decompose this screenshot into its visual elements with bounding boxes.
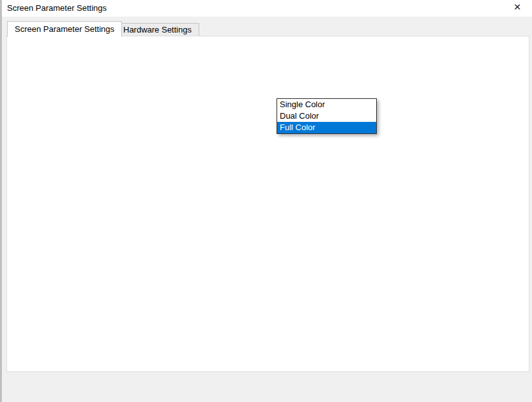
screen-parameter-settings-dialog: Screen Parameter Settings × Screen Param… — [0, 0, 532, 402]
tab-page — [6, 36, 529, 372]
tabstrip: Screen Parameter Settings Hardware Setti… — [2, 17, 532, 36]
tab-screen-parameter-settings[interactable]: Screen Parameter Settings — [7, 21, 122, 37]
window-title: Screen Parameter Settings — [7, 3, 107, 13]
tab-hardware-settings[interactable]: Hardware Settings — [116, 23, 199, 36]
color-option-dual-color[interactable]: Dual Color — [277, 110, 376, 122]
button-bar: 确定 取消 — [2, 372, 532, 402]
titlebar: Screen Parameter Settings × — [2, 0, 532, 17]
color-dropdown-list: Single Color Dual Color Full Color — [277, 98, 377, 134]
close-icon[interactable]: × — [510, 0, 524, 14]
color-option-full-color[interactable]: Full Color — [277, 122, 376, 133]
color-option-single-color[interactable]: Single Color — [277, 99, 376, 110]
